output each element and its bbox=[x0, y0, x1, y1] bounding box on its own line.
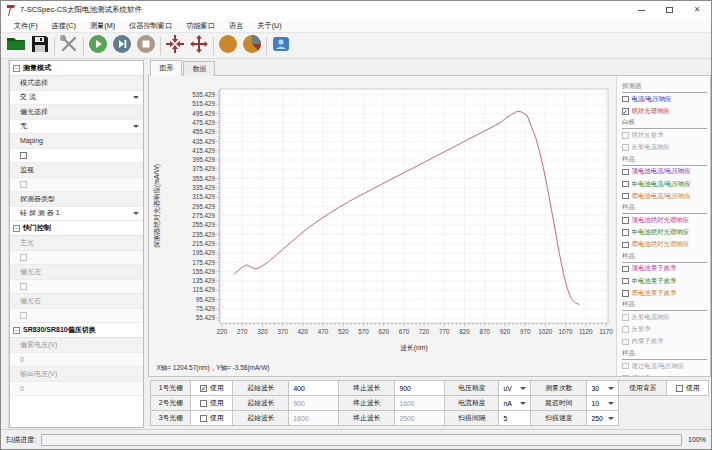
arrows-in-button[interactable] bbox=[163, 34, 187, 58]
save-button[interactable] bbox=[28, 34, 52, 58]
table-dropdown-1-7[interactable]: nA bbox=[499, 396, 531, 411]
table-input-0-5[interactable]: 900 bbox=[395, 381, 445, 396]
curve-option-1-0[interactable]: 绝对反射率 bbox=[622, 129, 707, 141]
menu-item-2[interactable]: 测量(M) bbox=[83, 21, 122, 31]
curve-option-6-1[interactable]: 通过率 bbox=[622, 372, 707, 376]
curve-option-label: 反射电流响应 bbox=[632, 313, 670, 322]
collapse-icon[interactable]: − bbox=[13, 65, 20, 72]
table-input-2-5: 2500 bbox=[395, 411, 445, 426]
table-checkbox-0-11[interactable]: 使用 bbox=[667, 381, 709, 396]
sidebar-input-2-1[interactable]: 0 bbox=[10, 353, 143, 368]
curve-option-2-0[interactable]: 顶电池电流/电压响应 bbox=[622, 166, 707, 178]
close-button[interactable]: ✕ bbox=[683, 1, 711, 19]
menu-item-0[interactable]: 文件(F) bbox=[7, 21, 45, 31]
checkbox[interactable]: ✓ bbox=[200, 385, 207, 392]
x-tick-label: 620 bbox=[379, 328, 390, 335]
checkbox[interactable] bbox=[622, 217, 629, 224]
sidebar-section-header-0[interactable]: −测量模式 bbox=[10, 61, 143, 76]
table-label-0-8: 测量次数 bbox=[531, 381, 587, 396]
collapse-icon[interactable]: − bbox=[13, 327, 20, 334]
curve-option-3-2[interactable]: 底电池绝对光谱响应 bbox=[622, 239, 707, 251]
step-button[interactable] bbox=[110, 34, 134, 58]
sidebar-dropdown-0-1[interactable]: 交 流 bbox=[10, 91, 143, 106]
curve-option-5-0[interactable]: 反射电流响应 bbox=[622, 311, 707, 323]
tab-graph[interactable]: 图形 bbox=[150, 60, 182, 76]
open-folder-button[interactable] bbox=[4, 34, 28, 58]
curve-option-4-2[interactable]: 底电池量子效率 bbox=[622, 287, 707, 299]
sidebar-dropdown-0-3[interactable]: 无 bbox=[10, 120, 143, 135]
curve-option-5-1[interactable]: 反射率 bbox=[622, 324, 707, 336]
curve-option-5-2[interactable]: 内量子效率 bbox=[622, 336, 707, 348]
checkbox[interactable] bbox=[622, 96, 629, 103]
curve-option-6-0[interactable]: 通过电流/电压响应 bbox=[622, 360, 707, 372]
checkbox[interactable] bbox=[622, 229, 629, 236]
sidebar-section-header-1[interactable]: −快门控制 bbox=[10, 221, 143, 236]
y-tick-label: 355.429 bbox=[193, 175, 216, 182]
main-area: −测量模式模式选择交 流偏光选择无Maping监视探测器类型硅 探 测 器 1−… bbox=[1, 59, 711, 429]
y-tick-label: 455.429 bbox=[193, 128, 216, 135]
sidebar-section-header-2[interactable]: −SR830/SR810偏压切换 bbox=[10, 323, 143, 338]
maximize-button[interactable] bbox=[655, 1, 683, 19]
x-tick-label: 1020 bbox=[539, 328, 554, 335]
checkbox[interactable] bbox=[200, 400, 207, 407]
collapse-icon[interactable]: − bbox=[13, 225, 20, 232]
sidebar-dropdown-0-9[interactable]: 硅 探 测 器 1 bbox=[10, 207, 143, 222]
table-dropdown-0-9[interactable]: 30 bbox=[587, 381, 619, 396]
dock-gutter bbox=[1, 59, 9, 429]
table-checkbox-1-1[interactable]: 使用 bbox=[191, 396, 233, 411]
curve-group-title-1: 白板 bbox=[622, 118, 707, 129]
checkbox[interactable] bbox=[676, 385, 683, 392]
minimize-button[interactable] bbox=[627, 1, 655, 19]
table-dropdown-1-9[interactable]: 10 bbox=[587, 396, 619, 411]
sidebar-input-2-3[interactable]: 0 bbox=[10, 382, 143, 397]
checkbox[interactable] bbox=[622, 169, 629, 176]
sidebar-label-0-0: 模式选择 bbox=[10, 76, 143, 91]
curve-option-3-0[interactable]: 顶电池绝对光谱响应 bbox=[622, 214, 707, 226]
tools-button[interactable] bbox=[57, 34, 81, 58]
sidebar-checkbox-row-1-1 bbox=[10, 251, 143, 266]
table-dropdown-2-9[interactable]: 250 bbox=[587, 411, 619, 426]
table-input-0-3[interactable]: 400 bbox=[289, 381, 339, 396]
curve-option-4-1[interactable]: 中电池量子效率 bbox=[622, 275, 707, 287]
step-icon bbox=[112, 34, 132, 57]
curve-option-3-1[interactable]: 中电池绝对光谱响应 bbox=[622, 227, 707, 239]
checkbox[interactable] bbox=[622, 278, 629, 285]
pie-solid-button[interactable] bbox=[216, 34, 240, 58]
checkbox[interactable]: ✓ bbox=[622, 108, 629, 115]
table-dropdown-0-7[interactable]: uV bbox=[499, 381, 531, 396]
content-area: 图形 数据 2202703203704204705205706206707207… bbox=[148, 59, 711, 429]
curve-option-0-0[interactable]: 电流/电压响应 bbox=[622, 93, 707, 105]
checkbox[interactable] bbox=[20, 152, 27, 159]
start-button[interactable] bbox=[86, 34, 110, 58]
pie-chart-button[interactable] bbox=[240, 34, 264, 58]
checkbox bbox=[20, 312, 27, 319]
curve-group-title-3: 样品 bbox=[622, 203, 707, 214]
move-button[interactable] bbox=[187, 34, 211, 58]
curve-option-2-2[interactable]: 底电池电流/电压响应 bbox=[622, 190, 707, 202]
y-axis-label: 探测器绝对光谱响应(mA/W) bbox=[153, 164, 161, 248]
curve-option-4-0[interactable]: 顶电池量子效率 bbox=[622, 263, 707, 275]
tab-data[interactable]: 数据 bbox=[183, 61, 215, 76]
checkbox[interactable] bbox=[622, 266, 629, 273]
checkbox[interactable] bbox=[622, 181, 629, 188]
toolbar-separator bbox=[266, 37, 267, 55]
table-checkbox-2-1[interactable]: 使用 bbox=[191, 411, 233, 426]
y-tick-label: 155.429 bbox=[193, 268, 216, 275]
user-button[interactable] bbox=[269, 34, 293, 58]
checkbox[interactable] bbox=[622, 290, 629, 297]
menu-item-6[interactable]: 关于(U) bbox=[250, 21, 288, 31]
checkbox[interactable] bbox=[622, 193, 629, 200]
stop-button[interactable] bbox=[134, 34, 158, 58]
curve-option-1-1[interactable]: 反射电流响应 bbox=[622, 142, 707, 154]
menu-item-4[interactable]: 功能窗口 bbox=[179, 21, 222, 31]
curve-option-0-1[interactable]: ✓绝对光谱响应 bbox=[622, 105, 707, 117]
table-input-2-7[interactable]: 5 bbox=[499, 411, 531, 426]
menu-item-5[interactable]: 语言 bbox=[222, 21, 250, 31]
checkbox[interactable] bbox=[622, 242, 629, 249]
table-checkbox-0-1[interactable]: ✓使用 bbox=[191, 381, 233, 396]
menu-item-1[interactable]: 连接(C) bbox=[45, 21, 83, 31]
menu-item-3[interactable]: 仪器控制窗口 bbox=[122, 21, 179, 31]
curve-option-label: 中电池电流/电压响应 bbox=[632, 180, 691, 189]
checkbox[interactable] bbox=[200, 415, 207, 422]
curve-option-2-1[interactable]: 中电池电流/电压响应 bbox=[622, 178, 707, 190]
